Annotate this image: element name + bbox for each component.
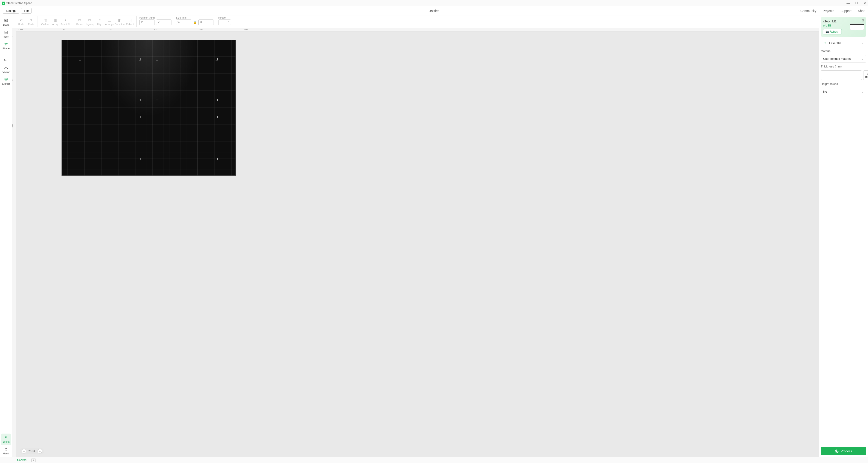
text-icon: [4, 54, 8, 58]
title-bar: x xTool Creative Space — ❐ ✕: [0, 0, 868, 6]
shape-tool[interactable]: Shape: [0, 40, 12, 52]
reflect-icon: ◿: [128, 18, 131, 22]
device-name: xTool_M1: [823, 20, 864, 23]
auto-measure-button[interactable]: Auto-measure: [863, 70, 868, 80]
position-group: Position (mm): [137, 16, 173, 25]
shop-link[interactable]: Shop: [858, 9, 865, 13]
svg-point-6: [5, 79, 6, 80]
group-button[interactable]: ⧉Group: [75, 18, 84, 26]
horizontal-ruler: -100 0 100 200 300 400: [16, 28, 819, 32]
ungroup-button[interactable]: ⧉Ungroup: [85, 18, 94, 26]
insert-tool[interactable]: Insert: [0, 29, 12, 40]
outline-button[interactable]: ◫Outline: [40, 18, 50, 26]
camera-preview: [62, 40, 236, 176]
lock-aspect-icon[interactable]: 🔓: [193, 21, 197, 24]
outline-icon: ◫: [44, 18, 47, 22]
file-button[interactable]: File: [21, 8, 32, 13]
canvas-stage[interactable]: − 201% +: [16, 32, 819, 457]
size-group: Size (mm) 🔓: [174, 16, 216, 25]
thickness-input[interactable]: [821, 70, 862, 80]
insert-icon: [4, 30, 8, 34]
height-raised-select[interactable]: No ⌄: [821, 88, 866, 95]
usb-icon: ⎋: [823, 24, 825, 27]
image-icon: [4, 19, 8, 23]
bottom-tabs: Canvas1 +: [0, 457, 868, 463]
vector-tool[interactable]: Vector: [0, 64, 12, 76]
refresh-button[interactable]: 📷 Refresh: [823, 29, 842, 34]
add-canvas-button[interactable]: +: [31, 458, 35, 462]
window-controls: — ❐ ✕: [846, 1, 866, 5]
app-icon: x: [2, 2, 5, 5]
right-panel: ⚙ xTool_M1 ⎋ USB 📷 Refresh Laser flat ⌄ …: [819, 16, 868, 457]
canvas-tab-1[interactable]: Canvas1: [16, 459, 29, 462]
rotate-group: Rotate: [216, 16, 233, 25]
support-link[interactable]: Support: [840, 9, 851, 13]
left-sidebar: Image Insert Shape Text Vector Extract S…: [0, 16, 12, 457]
redo-icon: ↷: [30, 18, 33, 22]
window-close-icon[interactable]: ✕: [864, 1, 866, 5]
window-minimize-icon[interactable]: —: [846, 1, 850, 5]
window-maximize-icon[interactable]: ❐: [855, 1, 858, 5]
size-w-input[interactable]: [176, 20, 191, 25]
mode-select[interactable]: Laser flat ⌄: [821, 39, 866, 47]
align-icon: ≡: [98, 18, 100, 22]
canvas-wrap: 0 100 200 -100 0 100 200 300 400: [12, 28, 819, 457]
chevron-down-icon: ⌄: [862, 90, 864, 93]
svg-rect-5: [5, 78, 7, 80]
device-image: [850, 24, 864, 30]
vertical-ruler: 0 100 200: [12, 28, 16, 457]
thickness-label: Thickness (mm): [821, 65, 866, 68]
position-x-input[interactable]: [140, 20, 155, 25]
vector-tool-label: Vector: [2, 70, 9, 74]
zoom-in-button[interactable]: +: [37, 449, 42, 454]
rotate-input[interactable]: [218, 20, 231, 25]
insert-tool-label: Insert: [3, 35, 9, 38]
combine-button[interactable]: ◧Combine: [115, 18, 125, 26]
array-icon: ▦: [54, 18, 57, 22]
undo-icon: ↶: [20, 18, 23, 22]
text-tool-label: Text: [4, 59, 8, 62]
menu-bar: Settings File Untitled Community Project…: [0, 6, 868, 16]
material-select[interactable]: User-defined material ⌄: [821, 55, 866, 62]
arrange-button[interactable]: ☰Arrange: [105, 18, 114, 26]
settings-button[interactable]: Settings: [3, 8, 19, 13]
text-tool[interactable]: Text: [0, 52, 12, 64]
hand-icon: [4, 447, 8, 451]
shape-icon: [4, 42, 8, 46]
image-tool-label: Image: [2, 24, 9, 26]
align-button[interactable]: ≡Align: [95, 18, 104, 26]
app-title: xTool Creative Space: [6, 2, 32, 5]
combine-icon: ◧: [118, 18, 122, 22]
extract-icon: [4, 78, 8, 82]
extract-tool-label: Extract: [2, 82, 10, 85]
process-button[interactable]: Process: [821, 447, 866, 455]
material-label: Material: [821, 49, 866, 53]
document-title: Untitled: [429, 9, 439, 13]
smartfill-button[interactable]: ✦Smart fill: [60, 18, 70, 26]
zoom-control: − 201% +: [20, 448, 44, 454]
ungroup-icon: ⧉: [88, 18, 91, 22]
smartfill-icon: ✦: [64, 18, 67, 22]
array-button[interactable]: ▦Array: [51, 18, 60, 26]
select-tool[interactable]: Select: [1, 434, 11, 445]
community-link[interactable]: Community: [800, 9, 816, 13]
chevron-down-icon: ⌄: [862, 57, 864, 60]
height-raised-label: Height raised: [821, 82, 866, 86]
svg-point-1: [5, 20, 5, 20]
projects-link[interactable]: Projects: [823, 9, 834, 13]
image-tool[interactable]: Image: [0, 17, 12, 29]
redo-button[interactable]: ↷Redo: [26, 18, 36, 26]
hand-tool-label: Hand: [3, 452, 9, 455]
extract-tool[interactable]: Extract: [0, 76, 12, 87]
chevron-down-icon: ⌄: [862, 41, 864, 45]
position-y-input[interactable]: [156, 20, 172, 25]
size-h-input[interactable]: [198, 20, 214, 25]
camera-icon: 📷: [826, 30, 829, 33]
zoom-value: 201%: [28, 450, 36, 453]
vector-icon: [4, 66, 8, 70]
zoom-out-button[interactable]: −: [22, 449, 26, 454]
hand-tool[interactable]: Hand: [0, 445, 12, 457]
reflect-button[interactable]: ◿Reflect: [125, 18, 134, 26]
undo-button[interactable]: ↶Undo: [16, 18, 26, 26]
device-settings-gear-icon[interactable]: ⚙: [862, 19, 864, 22]
